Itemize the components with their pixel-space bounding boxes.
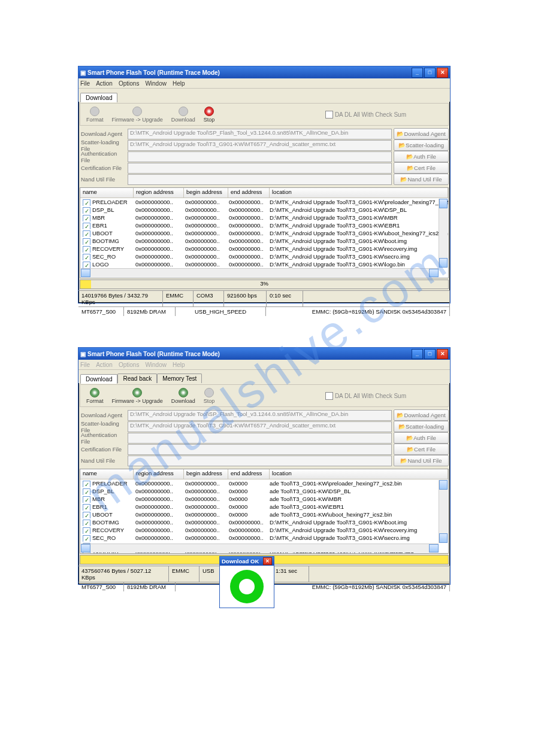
format-button[interactable]: Format (86, 388, 104, 404)
row-checkbox[interactable]: ✓ (83, 238, 90, 245)
col-end[interactable]: end address (228, 469, 270, 479)
menu-file: File (80, 362, 90, 368)
status-bytes: 14019766 Bytes / 3432.79 KBps (78, 291, 163, 306)
horizontal-scrollbar[interactable] (81, 544, 439, 552)
menu-file[interactable]: File (80, 80, 90, 87)
menu-options[interactable]: Options (119, 80, 139, 87)
download-agent-button[interactable]: 📂Download Agent (394, 409, 449, 421)
download-agent-button: 📂Download Agent (394, 128, 449, 139)
table-row[interactable]: ✓MBR0x000000000..0x00000000..0x0000ade T… (80, 495, 448, 503)
stop-button[interactable]: Stop (204, 107, 215, 123)
scatter-input[interactable]: D:\MTK_Android Upgrade Tool\T3_G901-KW\M… (128, 421, 392, 432)
download-button[interactable]: Download (171, 388, 195, 404)
stop-icon (204, 388, 214, 397)
close-button[interactable]: ✕ (437, 349, 448, 359)
row-checkbox[interactable]: ✓ (83, 262, 90, 268)
col-location[interactable]: location (270, 469, 448, 479)
table-row[interactable]: ✓RECOVERY0x000000000..0x00000000..0x0000… (80, 245, 448, 253)
titlebar[interactable]: ▣ Smart Phone Flash Tool (Runtime Trace … (78, 348, 450, 360)
menu-bar: File Action Options Window Help (78, 78, 450, 89)
close-button[interactable]: ✕ (437, 68, 448, 78)
cert-input[interactable] (128, 444, 392, 455)
progress-text: 3% (80, 280, 448, 287)
maximize-button[interactable]: □ (424, 68, 436, 78)
table-row[interactable]: ✓PRELOADER0x000000000..0x00000000..0x000… (80, 479, 448, 487)
menu-help[interactable]: Help (173, 80, 185, 87)
table-row[interactable]: ✓EBR10x000000000..0x00000000..0x00000000… (80, 221, 448, 229)
menu-window[interactable]: Window (145, 80, 167, 87)
auth-button: 📂Auth File (394, 151, 449, 162)
table-row[interactable]: ✓UBOOT0x000000000..0x00000000..0x0000ade… (80, 511, 448, 518)
tab-download[interactable]: Download (80, 93, 117, 102)
firmware-upgrade-button[interactable]: Firmware -> Upgrade (112, 388, 163, 404)
nand-input (128, 174, 392, 185)
table-row[interactable]: ✓UBOOT0x000000000..0x00000000..0x0000000… (80, 229, 448, 237)
row-checkbox[interactable]: ✓ (83, 254, 90, 260)
row-checkbox[interactable]: ✓ (83, 535, 90, 542)
row-checkbox[interactable]: ✓ (83, 496, 90, 503)
format-button: Format (86, 107, 104, 123)
row-checkbox[interactable]: ✓ (83, 512, 90, 518)
col-name[interactable]: name (80, 469, 134, 479)
minimize-button[interactable]: _ (412, 349, 423, 359)
tab-readback[interactable]: Read back (117, 374, 157, 383)
col-name[interactable]: name (80, 188, 134, 198)
col-end[interactable]: end address (228, 188, 270, 198)
app-icon: ▣ (80, 69, 86, 76)
status-emmc: EMMC (163, 291, 194, 306)
table-row[interactable]: ✓DSP_BL0x000000000..0x00000000..0x000000… (80, 206, 448, 214)
auth-input[interactable] (128, 433, 392, 444)
titlebar[interactable]: ▣ Smart Phone Flash Tool (Runtime Trace … (78, 66, 450, 78)
status-chip: MT6577_S00 (78, 307, 124, 316)
table-row[interactable]: ✓SEC_RO0x000000000..0x00000000..0x000000… (80, 534, 448, 542)
cert-button[interactable]: 📂Cert File (394, 444, 449, 455)
horizontal-scrollbar[interactable] (81, 268, 439, 277)
col-location[interactable]: location (270, 188, 448, 198)
table-row[interactable]: ✓RECOVERY0x000000000..0x00000000..0x0000… (80, 526, 448, 534)
col-begin[interactable]: begin address (184, 469, 228, 479)
folder-icon: 📂 (407, 446, 413, 453)
folder-icon: 📂 (400, 176, 406, 183)
table-row[interactable]: ✓BOOTIMG0x000000000..0x00000000..0x00000… (80, 237, 448, 245)
table-row[interactable]: ✓EBR10x000000000..0x00000000..0x0000ade … (80, 503, 448, 511)
table-row[interactable]: ✓PRELOADER0x000000000..0x00000000..0x000… (80, 198, 448, 206)
row-checkbox[interactable]: ✓ (83, 207, 90, 214)
row-checkbox[interactable]: ✓ (83, 504, 90, 511)
tab-memory-test[interactable]: Memory Test (157, 374, 202, 383)
table-row[interactable]: ✓BOOTIMG0x000000000..0x00000000..0x00000… (80, 518, 448, 526)
col-begin[interactable]: begin address (184, 188, 228, 198)
row-checkbox[interactable]: ✓ (83, 481, 90, 487)
row-checkbox[interactable]: ✓ (83, 230, 90, 237)
row-checkbox[interactable]: ✓ (83, 246, 90, 253)
row-checkbox[interactable]: ✓ (83, 527, 90, 534)
nand-input (128, 456, 392, 466)
vertical-scrollbar[interactable] (439, 480, 448, 543)
minimize-button[interactable]: _ (412, 68, 423, 78)
table-row[interactable]: ✓MBR0x000000000..0x00000000..0x00000000.… (80, 214, 448, 221)
status-chip: MT6577_S00 (78, 582, 124, 591)
scatter-button[interactable]: 📂Scatter-loading (394, 421, 449, 432)
status-usb: USB_HIGH_SPEED (176, 307, 266, 316)
vertical-scrollbar[interactable] (439, 199, 448, 268)
dialog-close-button[interactable]: ✕ (263, 557, 272, 565)
menu-action[interactable]: Action (96, 80, 113, 87)
row-checkbox[interactable]: ✓ (83, 488, 90, 495)
row-checkbox[interactable]: ✓ (83, 215, 90, 221)
maximize-button[interactable]: □ (424, 349, 436, 359)
table-row[interactable]: ✓LOGO0x000000000..0x00000000..0x00000000… (80, 260, 448, 268)
auth-button[interactable]: 📂Auth File (394, 432, 449, 444)
row-checkbox[interactable]: ✓ (83, 223, 90, 229)
row-checkbox[interactable]: ✓ (83, 520, 90, 526)
folder-icon: 📂 (406, 435, 412, 441)
download-agent-input: D:\MTK_Android Upgrade Tool\SP_Flash_Too… (128, 129, 392, 139)
tab-download[interactable]: Download (80, 374, 117, 384)
table-row[interactable]: ✓SEC_RO0x000000000..0x00000000..0x000000… (80, 253, 448, 260)
download-agent-label: Download Agent (80, 412, 128, 418)
table-row[interactable]: ✓DSP_BL0x000000000..0x00000000..0x0000ad… (80, 487, 448, 495)
row-checkbox[interactable]: ✓ (83, 199, 90, 206)
col-region[interactable]: region address (134, 188, 184, 198)
col-region[interactable]: region address (134, 469, 184, 479)
download-agent-input[interactable]: D:\MTK_Android Upgrade Tool\SP_Flash_Too… (128, 410, 392, 421)
partition-table: name region address begin address end ad… (80, 469, 449, 554)
checksum-checkbox[interactable]: DA DL All With Check Sum (325, 392, 406, 400)
